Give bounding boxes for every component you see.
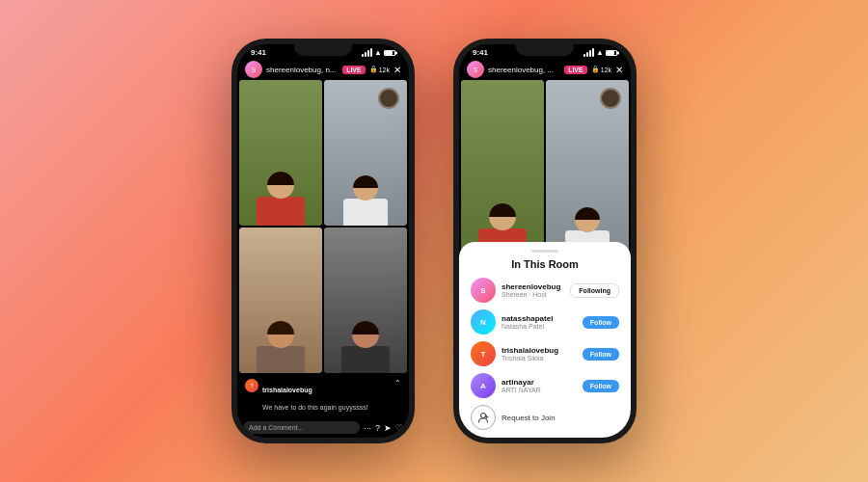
phone-2-screen: 9:41 ▲ S shereenlovebug, ... LIVE 🔒 12k <box>459 44 631 438</box>
video-cell-2-1 <box>461 80 544 257</box>
header-username-2: shereenlovebug, ... <box>488 66 560 74</box>
viewer-count-2: 🔒 12k <box>591 66 611 73</box>
room-username-1: natasshapatel <box>502 314 577 323</box>
time-display-2: 9:41 <box>473 48 488 57</box>
video-cell-1-3 <box>239 228 322 373</box>
room-username-0: shereenlovebug <box>502 282 564 291</box>
comment-row-1: T trishalalovebug We have to do this aga… <box>245 379 401 414</box>
live-header-2: S shereenlovebug, ... LIVE 🔒 12k ✕ <box>459 59 631 80</box>
room-avatar-2: T <box>471 341 496 366</box>
room-avatar-1: N <box>471 309 496 335</box>
time-display-1: 9:41 <box>251 48 266 57</box>
room-avatar-3: A <box>471 373 496 398</box>
video-cell-1-1 <box>239 80 322 226</box>
request-icon <box>471 405 496 430</box>
send-icon-1[interactable]: ➤ <box>384 423 392 433</box>
notch-1 <box>294 44 352 56</box>
host-avatar-1: S <box>245 61 262 78</box>
panel-handle <box>531 250 558 253</box>
follow-button-3[interactable]: Follow <box>583 380 619 392</box>
video-cell-2-2 <box>546 80 629 257</box>
video-grid-1 <box>237 80 409 375</box>
follow-button-0[interactable]: Following <box>570 283 619 298</box>
room-user-row-1: N natasshapatel Natasha Patel Follow <box>471 309 619 335</box>
room-displayname-1: Natasha Patel <box>502 323 577 330</box>
video-cell-1-2 <box>324 80 407 226</box>
room-displayname-0: Shereen · Host <box>502 291 564 298</box>
notch-2 <box>516 44 574 56</box>
input-icons-1: ··· ? ➤ ♡ <box>364 423 403 433</box>
room-user-row-2: T trishalalovebug Trishala Sikka Follow <box>471 341 619 366</box>
status-icons-2: ▲ <box>583 48 617 57</box>
live-header-1: S shereenlovebug, n... LIVE 🔒 12k ✕ <box>237 59 409 80</box>
follow-button-1[interactable]: Follow <box>583 316 619 329</box>
room-user-info-2: trishalalovebug Trishala Sikka <box>502 346 577 362</box>
more-icon-1[interactable]: ··· <box>364 423 371 433</box>
room-username-2: trishalalovebug <box>502 346 577 355</box>
room-user-info-3: artinayar ARTI NAYAR <box>502 378 577 393</box>
live-badge-2: LIVE <box>564 66 587 74</box>
room-displayname-3: ARTI NAYAR <box>502 387 577 393</box>
room-username-3: artinayar <box>502 378 577 387</box>
phone-2: 9:41 ▲ S shereenlovebug, ... LIVE 🔒 12k <box>453 39 637 443</box>
panel-title: In This Room <box>471 258 619 270</box>
room-user-row-3: A artinayar ARTI NAYAR Follow <box>471 373 619 398</box>
room-user-row-0: S shereenlovebug Shereen · Host Followin… <box>471 278 619 303</box>
request-to-join-label: Request to Join <box>502 414 556 422</box>
room-user-info-1: natasshapatel Natasha Patel <box>502 314 577 330</box>
close-button-2[interactable]: ✕ <box>615 65 623 75</box>
video-cell-1-4 <box>324 228 407 373</box>
input-area-1: Add a Comment... ··· ? ➤ ♡ <box>237 417 409 438</box>
commenter-avatar-1: T <box>245 379 258 392</box>
viewer-count-1: 🔒 12k <box>369 66 390 73</box>
host-avatar-2: S <box>467 61 484 78</box>
phone-1: 9:41 ▲ S shereenlovebug, n... LIVE 🔒 12k <box>231 39 415 443</box>
close-button-1[interactable]: ✕ <box>393 65 401 75</box>
room-displayname-2: Trishala Sikka <box>502 355 577 362</box>
comment-text-1: We have to do this again guyyssss! <box>262 404 368 411</box>
wifi-icon-1: ▲ <box>374 48 382 57</box>
commenter-name-1: trishalalovebug <box>262 387 312 393</box>
question-icon-1[interactable]: ? <box>375 423 380 433</box>
room-avatar-0: S <box>471 278 496 303</box>
expand-icon-1[interactable]: ⌃ <box>394 379 401 388</box>
header-username-1: shereenlovebug, n... <box>266 66 339 74</box>
comment-input-1[interactable]: Add a Comment... <box>243 421 360 434</box>
battery-icon-1 <box>384 50 395 56</box>
phone-1-screen: 9:41 ▲ S shereenlovebug, n... LIVE 🔒 12k <box>237 44 409 438</box>
wifi-icon-2: ▲ <box>596 48 604 57</box>
comment-section-1: T trishalalovebug We have to do this aga… <box>237 375 409 417</box>
status-icons-1: ▲ <box>362 48 395 57</box>
follow-button-2[interactable]: Follow <box>583 348 619 361</box>
request-to-join-row[interactable]: Request to Join <box>471 405 619 430</box>
in-this-room-panel: In This Room S shereenlovebug Shereen · … <box>459 242 631 438</box>
heart-icon-1[interactable]: ♡ <box>395 423 403 433</box>
room-user-info-0: shereenlovebug Shereen · Host <box>502 282 564 298</box>
live-badge-1: LIVE <box>342 66 366 74</box>
battery-icon-2 <box>606 50 617 56</box>
